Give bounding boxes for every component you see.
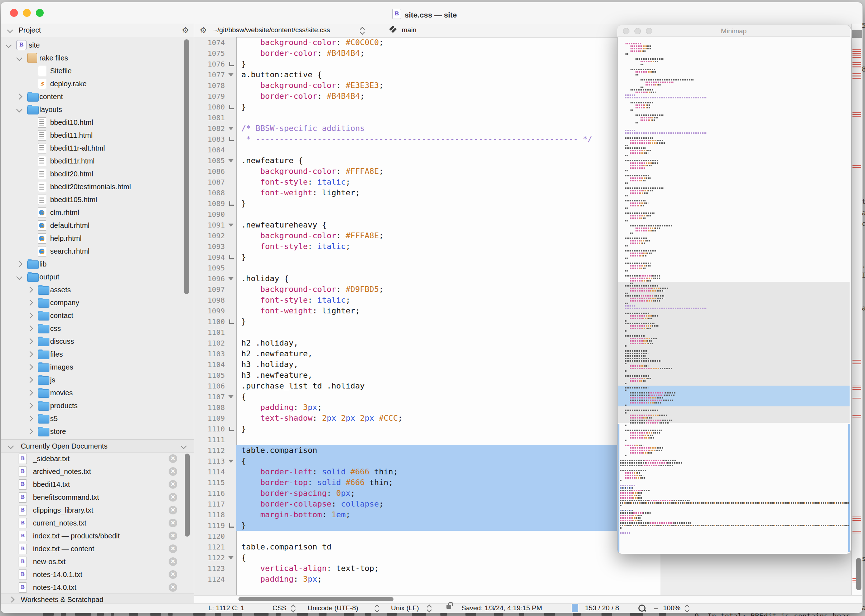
sidebar-item-contact[interactable]: contact [50, 309, 73, 322]
sidebar-item-site[interactable]: site [28, 39, 40, 52]
code-line-1099[interactable]: font-weight: lighter; [236, 305, 660, 316]
minimize-traffic-light[interactable] [23, 9, 31, 17]
close-doc-icon[interactable]: ✕ [169, 506, 177, 514]
open-doc-new-os.txt[interactable]: new-os.txt [33, 555, 66, 568]
code-line-1113[interactable]: { [236, 456, 660, 467]
code-line-1077[interactable]: a.button:active { [236, 69, 660, 80]
sidebar-item-rake files[interactable]: rake files [39, 52, 68, 64]
code-line-1097[interactable]: background-color: #D9FBD5; [236, 284, 660, 295]
fold-end-icon[interactable] [229, 523, 234, 528]
code-line-1091[interactable]: .newfeatureheavy { [236, 220, 660, 230]
git-branch-selector[interactable]: main [402, 26, 416, 34]
code-line-1087[interactable]: font-style: italic; [236, 177, 660, 187]
code-line-1122[interactable]: { [236, 552, 660, 563]
sidebar-item-bbedit20.html[interactable]: bbedit20.html [50, 167, 93, 180]
sidebar-scrollbar-thumb[interactable] [184, 39, 189, 294]
sidebar-item-movies[interactable]: movies [50, 387, 72, 399]
code-line-1123[interactable]: vertical-align: text-top; [236, 563, 660, 574]
open-doc-current_notes.txt[interactable]: current_notes.txt [33, 517, 86, 530]
fold-end-icon[interactable] [229, 62, 234, 66]
code-line-1074[interactable]: background-color: #C0C0C0; [236, 37, 660, 48]
code-line-1107[interactable]: { [236, 391, 660, 402]
sidebar-item-discuss[interactable]: discuss [50, 335, 74, 348]
code-line-1108[interactable]: padding: 3px; [236, 402, 660, 413]
fold-end-icon[interactable] [229, 319, 234, 324]
sidebar-item-default.rhtml[interactable]: default.rhtml [50, 219, 90, 232]
language-chevron-icon[interactable] [291, 604, 296, 613]
close-doc-icon[interactable]: ✕ [169, 570, 177, 579]
code-line-1105[interactable]: h3 .newfeature, [236, 370, 660, 380]
code-line-1088[interactable]: font-weight: lighter; [236, 187, 660, 198]
code-line-1116[interactable]: border-spacing: 0px; [236, 488, 660, 499]
open-doc-index.txt — content[interactable]: index.txt — content [33, 542, 94, 555]
code-line-1106[interactable]: .purchase_list td .holiday [236, 380, 660, 391]
close-doc-icon[interactable]: ✕ [169, 519, 177, 527]
fold-open-icon[interactable] [228, 277, 233, 280]
code-line-1100[interactable]: } [236, 316, 660, 327]
worksheets-chevron[interactable] [9, 597, 15, 603]
zoom-level[interactable]: 100% [663, 604, 681, 612]
sidebar-item-images[interactable]: images [50, 361, 73, 374]
code-line-1119[interactable]: } [236, 520, 660, 531]
path-updown-chevron-icon[interactable] [360, 26, 365, 35]
sidebar-gear-icon[interactable]: ⚙ [182, 26, 189, 35]
vertical-scrollbar-thumb[interactable] [856, 558, 862, 590]
sidebar-item-bbedit105.html[interactable]: bbedit105.html [50, 193, 97, 206]
sidebar-item-bbedit11r.html[interactable]: bbedit11r.html [50, 154, 95, 167]
code-line-1081[interactable] [236, 112, 660, 123]
fold-open-icon[interactable] [228, 395, 233, 399]
close-traffic-light[interactable] [10, 9, 18, 17]
horizontal-scrollbar-thumb[interactable] [238, 597, 394, 601]
fold-end-icon[interactable] [229, 427, 234, 431]
open-documents-scrollbar-thumb[interactable] [185, 454, 190, 537]
sidebar-item-bbedit10.html[interactable]: bbedit10.html [50, 116, 93, 129]
file-path-selector[interactable]: ~/git/bbsw/website/content/css/site.css [213, 26, 330, 34]
fold-open-icon[interactable] [228, 159, 233, 162]
code-line-1076[interactable]: } [236, 59, 660, 69]
open-doc-index.txt — products/bbedit[interactable]: index.txt — products/bbedit [33, 530, 120, 542]
code-line-1115[interactable]: border-top: solid #666 thin; [236, 477, 660, 488]
sidebar-item-store[interactable]: store [50, 425, 66, 438]
code-line-1086[interactable]: background-color: #FFFA8E; [236, 166, 660, 177]
sidebar-item-Sitefile[interactable]: Sitefile [50, 64, 72, 77]
code-line-1112[interactable]: table.comparison [236, 445, 660, 456]
vertical-scrollbar-track[interactable] [851, 24, 862, 595]
code-line-1114[interactable]: border-left: solid #666 thin; [236, 467, 660, 477]
close-doc-icon[interactable]: ✕ [169, 583, 177, 592]
code-line-1092[interactable]: background-color: #FFFA8E; [236, 230, 660, 241]
sidebar-item-files[interactable]: files [50, 348, 63, 361]
fold-open-icon[interactable] [228, 73, 233, 77]
sidebar-item-search.rhtml[interactable]: search.rhtml [50, 245, 90, 258]
open-doc-archived_notes.txt[interactable]: archived_notes.txt [33, 465, 91, 478]
code-line-1110[interactable]: } [236, 424, 660, 434]
fold-end-icon[interactable] [229, 255, 234, 259]
close-doc-icon[interactable]: ✕ [169, 454, 177, 463]
sidebar-item-clm.rhtml[interactable]: clm.rhtml [50, 206, 79, 219]
encoding-menu[interactable]: Unicode (UTF-8) [307, 604, 358, 612]
open-doc-_sidebar.txt[interactable]: _sidebar.txt [33, 452, 69, 465]
close-doc-icon[interactable]: ✕ [169, 544, 177, 553]
open-documents-header[interactable]: Currently Open Documents [1, 439, 194, 453]
code-line-1104[interactable]: h3 .holiday, [236, 359, 660, 370]
code-line-1089[interactable]: } [236, 198, 660, 209]
code-line-1082[interactable]: /* BBSW-specific additions [236, 123, 660, 134]
open-doc-clippings_library.txt[interactable]: clippings_library.txt [33, 504, 93, 517]
open-documents-right-chevron[interactable] [181, 443, 187, 449]
toolbar-gear-icon[interactable]: ⚙ [200, 26, 207, 35]
line-endings-menu[interactable]: Unix (LF) [391, 604, 419, 612]
code-line-1078[interactable]: background-color: #E3E3E3; [236, 80, 660, 91]
close-doc-icon[interactable]: ✕ [169, 480, 177, 489]
unlocked-icon[interactable] [446, 605, 451, 609]
close-doc-icon[interactable]: ✕ [169, 557, 177, 566]
encoding-chevron-icon[interactable] [375, 604, 380, 613]
sidebar-item-assets[interactable]: assets [50, 283, 71, 296]
sidebar-item-css[interactable]: css [50, 322, 61, 335]
fold-end-icon[interactable] [229, 201, 234, 206]
fold-open-icon[interactable] [228, 460, 233, 463]
sidebar-item-js[interactable]: js [50, 374, 55, 387]
zoom-traffic-light[interactable] [36, 9, 44, 17]
open-doc-benefitscommand.txt[interactable]: benefitscommand.txt [33, 491, 99, 504]
sidebar-item-bbedit20testimonials.html[interactable]: bbedit20testimonials.html [50, 180, 131, 193]
zoom-minus[interactable]: – [654, 604, 658, 612]
open-doc-notes-14.0.1.txt[interactable]: notes-14.0.1.txt [33, 568, 82, 581]
